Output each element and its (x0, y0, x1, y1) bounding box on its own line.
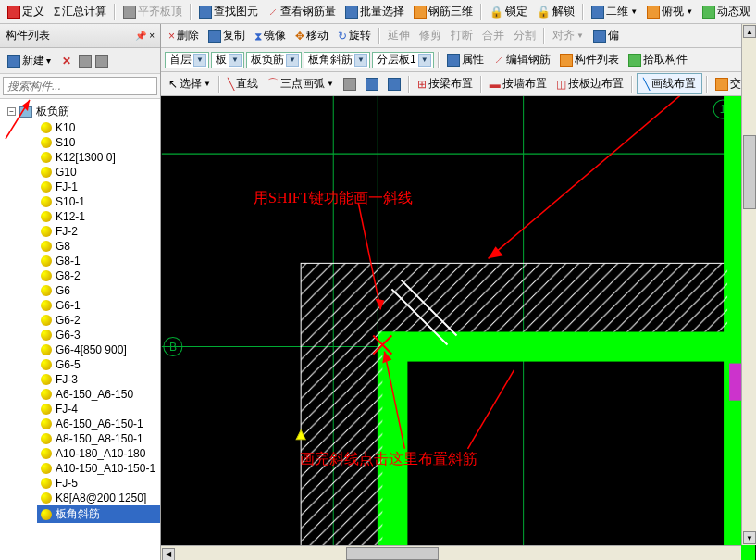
by-beam-button[interactable]: ⊞按梁布置 (414, 74, 477, 93)
align-button[interactable]: 对齐 ▼ (549, 26, 588, 45)
category3-dropdown[interactable]: 板角斜筋▼ (304, 52, 370, 68)
floor-dropdown[interactable]: 首层▼ (165, 52, 209, 68)
tree-item[interactable]: FJ-4 (37, 402, 160, 417)
category2-dropdown[interactable]: 板负筋▼ (246, 52, 302, 68)
unlock-button[interactable]: 🔓解锁 (533, 2, 578, 21)
line-button[interactable]: ╲直线 (224, 74, 262, 93)
tree-root-label: 板负筋 (36, 104, 69, 119)
move-button[interactable]: ✥移动 (291, 26, 332, 45)
delete-button[interactable]: ×删除 (165, 26, 203, 45)
draw-line-place-button[interactable]: ╲画线布置 (637, 73, 702, 94)
tree-item[interactable]: G10 (37, 165, 160, 180)
scroll-up-button[interactable]: ▲ (743, 25, 756, 38)
tree-item[interactable]: A6-150_A6-150 (37, 387, 160, 402)
scroll-thumb-v[interactable] (743, 135, 756, 209)
search-input[interactable] (3, 77, 157, 95)
define-button[interactable]: 定义 (4, 2, 48, 21)
horizontal-scrollbar[interactable]: ◀ ▶ (161, 545, 741, 560)
break-button[interactable]: 打断 (447, 26, 477, 45)
tree-item[interactable]: K10 (37, 120, 160, 135)
tree-item[interactable]: S10-1 (37, 194, 160, 209)
pick-component-button[interactable]: 拾取构件 (625, 50, 691, 69)
batch-select-button[interactable]: 批量选择 (341, 2, 408, 21)
tool-b-button[interactable] (384, 76, 404, 93)
tree-item[interactable]: K8[A8@200 1250] (37, 491, 160, 505)
tree-item[interactable]: G6-4[850 900] (37, 342, 160, 357)
by-slab-edge-button[interactable]: ◫按板边布置 (552, 74, 627, 93)
pane-pin-icon[interactable]: 📌 × (135, 31, 155, 41)
props-button[interactable]: 属性 (443, 50, 488, 69)
offset-button[interactable]: 偏 (589, 26, 623, 45)
chevron-down-icon: ▼ (418, 54, 431, 67)
tree-collapse-icon[interactable]: − (7, 107, 16, 116)
sum-calc-button[interactable]: Σ汇总计算 (50, 2, 110, 21)
merge-button[interactable]: 合并 (478, 26, 508, 45)
tree-item[interactable]: G6-2 (37, 313, 160, 328)
edit-rebar-button[interactable]: ⟋编辑钢筋 (490, 50, 554, 69)
tree-item[interactable]: G8 (37, 239, 160, 254)
mirror-icon: ⧗ (254, 30, 262, 43)
tree-item[interactable]: S10 (37, 135, 160, 150)
tree-item-label: A6-150_A6-150 (56, 388, 133, 401)
lock-button[interactable]: 🔒锁定 (486, 2, 531, 21)
cross-button[interactable]: 交 (712, 74, 745, 93)
tree-item[interactable]: A6-150_A6-150-1 (37, 417, 160, 431)
tree-item[interactable]: K12[1300 0] (37, 150, 160, 165)
pane-delete-button[interactable]: ✕ (58, 55, 75, 68)
tree-item[interactable]: FJ-5 (37, 476, 160, 491)
node-icon (41, 300, 52, 311)
select-button[interactable]: ↖选择 ▼ (165, 74, 215, 93)
find-element-button[interactable]: 查找图元 (195, 2, 262, 21)
line-icon: ╲ (228, 78, 234, 91)
drawing-canvas[interactable]: 1 B (161, 96, 756, 560)
tree-item[interactable]: FJ-2 (37, 224, 160, 239)
by-wall-button[interactable]: ▬按墙布置 (486, 74, 551, 93)
tree-root-row[interactable]: − 板负筋 (4, 103, 160, 120)
rebar-3d-button[interactable]: 钢筋三维 (410, 2, 477, 21)
tree-item-label: K10 (56, 121, 75, 134)
mirror-button[interactable]: ⧗镜像 (251, 26, 290, 45)
tree-item[interactable]: G8-2 (37, 268, 160, 283)
tree-item[interactable]: A10-150_A10-150-1 (37, 461, 160, 476)
align-top-button[interactable]: 平齐板顶 (119, 2, 186, 21)
tree-item[interactable]: K12-1 (37, 209, 160, 224)
tree-item[interactable]: G8-1 (37, 254, 160, 268)
copy-button[interactable]: 复制 (204, 26, 249, 45)
component-tree[interactable]: − 板负筋 K10S10K12[1300 0]G10FJ-1S10-1K12-1… (0, 99, 160, 560)
tree-item[interactable]: G6-3 (37, 328, 160, 342)
tree-item[interactable]: A8-150_A8-150-1 (37, 431, 160, 446)
split-button[interactable]: 分割 (510, 26, 539, 45)
tree-item[interactable]: FJ-3 (37, 372, 160, 387)
arc-tool-button[interactable] (340, 76, 360, 93)
new-component-button[interactable]: 新建 ▾ (4, 51, 55, 70)
vertical-scrollbar[interactable]: ▲ ▼ (741, 24, 756, 545)
extend-button[interactable]: 延伸 (384, 26, 414, 45)
view-rebar-button[interactable]: ⟋查看钢筋量 (264, 2, 340, 21)
tree-item[interactable]: A10-180_A10-180 (37, 446, 160, 461)
scroll-down-button[interactable]: ▼ (743, 531, 756, 544)
list-icon (560, 54, 573, 67)
dynamic-view-button[interactable]: 动态观 (699, 2, 754, 21)
category1-dropdown[interactable]: 板▼ (211, 52, 244, 68)
tool-a-button[interactable] (362, 76, 382, 93)
perspective-button[interactable]: 俯视 ▼ (643, 2, 697, 21)
tree-item[interactable]: FJ-1 (37, 180, 160, 194)
tree-item[interactable]: G6-5 (37, 357, 160, 372)
tree-item[interactable]: G6-1 (37, 298, 160, 313)
category-icon (19, 106, 32, 118)
delete-icon: × (168, 30, 175, 43)
tree-item[interactable]: G6 (37, 283, 160, 298)
layer-dropdown[interactable]: 分层板1▼ (372, 52, 434, 68)
scroll-left-button[interactable]: ◀ (162, 548, 175, 561)
rotate-button[interactable]: ↻旋转 (334, 26, 375, 45)
view2d-button[interactable]: 二维 ▼ (588, 2, 641, 21)
drawline-icon: ╲ (643, 78, 650, 91)
component-list-button[interactable]: 构件列表 (556, 50, 623, 69)
tree-item[interactable]: 板角斜筋 (37, 505, 160, 523)
pane-tool2-button[interactable] (95, 55, 108, 68)
arc3-button[interactable]: ⌒三点画弧 ▼ (264, 74, 338, 93)
trim-button[interactable]: 修剪 (415, 26, 445, 45)
pane-tool1-button[interactable] (79, 55, 92, 68)
scroll-thumb-h[interactable] (346, 547, 439, 560)
tree-item-label: A10-180_A10-180 (56, 447, 145, 460)
